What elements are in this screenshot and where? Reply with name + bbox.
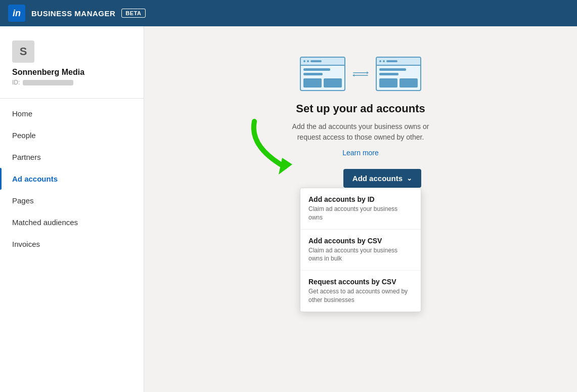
linkedin-logo-icon: in bbox=[8, 5, 25, 22]
browser-dot-2 bbox=[307, 60, 309, 62]
browser-block-2 bbox=[324, 78, 342, 88]
topbar: in BUSINESS MANAGER BETA bbox=[0, 0, 577, 26]
dropdown-item-desc-3: Get access to ad accounts owned by other… bbox=[308, 287, 413, 304]
svg-marker-4 bbox=[279, 158, 292, 175]
dropdown-item-title-3: Request accounts by CSV bbox=[308, 278, 413, 286]
nav-link-people[interactable]: People bbox=[0, 124, 144, 146]
learn-more-link[interactable]: Learn more bbox=[342, 149, 379, 157]
browser-dot-wide-r bbox=[386, 60, 397, 62]
nav-item-home[interactable]: Home bbox=[0, 103, 144, 124]
chevron-down-icon: ⌄ bbox=[407, 175, 412, 182]
dropdown-item-request-csv[interactable]: Request accounts by CSV Get access to ad… bbox=[300, 271, 421, 312]
nav-item-matched-audiences[interactable]: Matched audiences bbox=[0, 211, 144, 233]
sidebar: S Sonnenberg Media ID: Home People Partn… bbox=[0, 26, 144, 392]
company-section: S Sonnenberg Media ID: bbox=[0, 40, 144, 99]
browser-dot-r2 bbox=[383, 60, 385, 62]
company-name: Sonnenberg Media bbox=[12, 68, 131, 77]
browser-window-left bbox=[300, 57, 345, 91]
company-id: ID: bbox=[12, 79, 131, 86]
setup-card: Set up your ad accounts Add the ad accou… bbox=[292, 57, 429, 312]
nav-item-partners[interactable]: Partners bbox=[0, 146, 144, 168]
dropdown-item-title-1: Add accounts by ID bbox=[308, 195, 413, 203]
dropdown-item-by-csv[interactable]: Add accounts by CSV Claim ad accounts yo… bbox=[300, 230, 421, 271]
app-title: BUSINESS MANAGER bbox=[31, 9, 115, 18]
nav-item-ad-accounts[interactable]: Ad accounts bbox=[0, 168, 144, 190]
browser-body-left bbox=[301, 66, 344, 90]
nav-link-home[interactable]: Home bbox=[0, 103, 144, 124]
browser-line-2 bbox=[303, 73, 323, 75]
browser-dot-r1 bbox=[379, 60, 381, 62]
green-arrow-container bbox=[244, 116, 305, 177]
nav-list: Home People Partners Ad accounts Pages M… bbox=[0, 103, 144, 255]
browser-titlebar-right bbox=[377, 58, 420, 66]
add-accounts-area: Add accounts ⌄ Add accounts by ID Claim … bbox=[300, 167, 421, 312]
add-accounts-dropdown: Add accounts by ID Claim ad accounts you… bbox=[300, 188, 421, 312]
svg-marker-3 bbox=[352, 74, 354, 76]
company-avatar: S bbox=[12, 40, 34, 63]
browser-dot-1 bbox=[303, 60, 305, 62]
nav-link-pages[interactable]: Pages bbox=[0, 190, 144, 211]
browser-block bbox=[303, 78, 342, 88]
svg-marker-1 bbox=[367, 71, 369, 74]
setup-title: Set up your ad accounts bbox=[296, 102, 425, 115]
browser-illustration bbox=[300, 57, 421, 91]
nav-item-invoices[interactable]: Invoices bbox=[0, 233, 144, 255]
main-layout: S Sonnenberg Media ID: Home People Partn… bbox=[0, 26, 577, 392]
nav-link-invoices[interactable]: Invoices bbox=[0, 233, 144, 255]
browser-titlebar-left bbox=[301, 58, 344, 66]
dropdown-item-title-2: Add accounts by CSV bbox=[308, 237, 413, 245]
browser-block-r1 bbox=[379, 78, 397, 88]
dropdown-item-desc-2: Claim ad accounts your business owns in … bbox=[308, 246, 413, 264]
browser-window-right bbox=[376, 57, 421, 91]
company-id-value bbox=[23, 80, 73, 85]
setup-desc: Add the ad accounts your business owns o… bbox=[292, 121, 429, 143]
nav-link-partners[interactable]: Partners bbox=[0, 146, 144, 168]
green-arrow-icon bbox=[244, 116, 305, 177]
browser-line-r2 bbox=[379, 73, 398, 75]
browser-block-1 bbox=[303, 78, 322, 88]
main-content: Set up your ad accounts Add the ad accou… bbox=[144, 26, 577, 392]
browser-body-right bbox=[377, 66, 420, 90]
browser-block-r bbox=[379, 78, 418, 88]
dropdown-item-by-id[interactable]: Add accounts by ID Claim ad accounts you… bbox=[300, 188, 421, 230]
browser-line-r bbox=[379, 68, 406, 71]
nav-link-ad-accounts[interactable]: Ad accounts bbox=[0, 168, 144, 190]
browser-dot-wide bbox=[310, 60, 322, 62]
nav-item-people[interactable]: People bbox=[0, 124, 144, 146]
browser-block-r2 bbox=[400, 78, 418, 88]
beta-badge: BETA bbox=[121, 9, 145, 18]
browser-line bbox=[303, 68, 330, 71]
dropdown-item-desc-1: Claim ad accounts your business owns bbox=[308, 205, 413, 222]
nav-item-pages[interactable]: Pages bbox=[0, 190, 144, 211]
add-accounts-button[interactable]: Add accounts ⌄ bbox=[343, 169, 421, 188]
transfer-arrow-icon bbox=[352, 71, 369, 77]
nav-link-matched-audiences[interactable]: Matched audiences bbox=[0, 211, 144, 233]
btn-dropdown-wrapper: Add accounts ⌄ Add accounts by ID Claim … bbox=[300, 167, 421, 312]
